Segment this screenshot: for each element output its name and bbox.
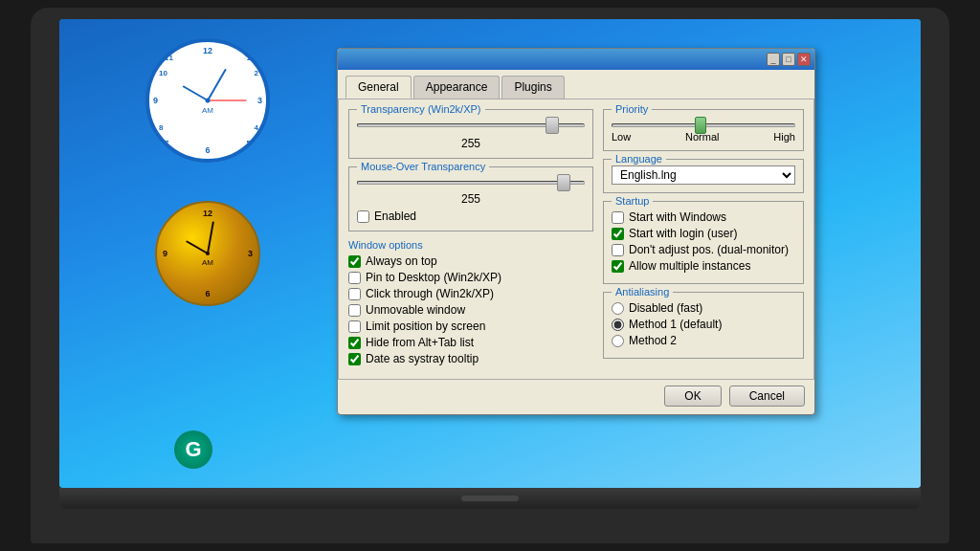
- hide-alt-tab-checkbox[interactable]: [348, 337, 361, 349]
- right-panel: Priority Low Normal High Language: [603, 109, 804, 369]
- pin-to-desktop-label: Pin to Desktop (Win2k/XP): [366, 271, 501, 284]
- startup-item-3: Allow multiple instances: [612, 259, 795, 273]
- window-options-item-4: Limit position by screen: [348, 320, 593, 333]
- antialiasing-item-2: Method 2: [612, 334, 795, 347]
- antialiasing-disabled-radio[interactable]: [612, 302, 624, 315]
- trackpad: [461, 496, 519, 501]
- priority-track: [612, 123, 795, 127]
- window-options-item-2: Click through (Win2k/XP): [348, 287, 593, 300]
- startup-item-0: Start with Windows: [612, 210, 795, 224]
- startup-group: Startup Start with Windows Start with lo…: [603, 201, 804, 284]
- always-on-top-checkbox[interactable]: [348, 255, 361, 268]
- window-options-label: Window options: [348, 239, 593, 251]
- transparency-thumb[interactable]: [546, 117, 559, 134]
- antialiasing-method2-radio[interactable]: [612, 335, 624, 347]
- minimize-button[interactable]: _: [767, 53, 780, 66]
- date-systray-label: Date as systray tooltip: [366, 352, 479, 365]
- window-options-item-0: Always on top: [348, 254, 593, 268]
- start-windows-label: Start with Windows: [629, 210, 726, 224]
- enabled-checkbox[interactable]: [357, 210, 369, 223]
- analog-clock-gold: 12 3 6 9 AM: [155, 201, 260, 306]
- unmovable-window-checkbox[interactable]: [348, 304, 361, 317]
- window-options-item-6: Date as systray tooltip: [348, 352, 593, 365]
- antialiasing-item-1: Method 1 (default): [612, 318, 795, 331]
- priority-low: Low: [612, 131, 631, 143]
- startup-item-2: Don't adjust pos. (dual-monitor): [612, 243, 795, 256]
- pin-to-desktop-checkbox[interactable]: [348, 272, 361, 284]
- language-group: Language English.lng German.lng French.l…: [603, 159, 804, 193]
- transparency-group: Transparency (Win2k/XP) 255: [348, 109, 593, 159]
- desktop-icon-g: G: [174, 430, 212, 469]
- language-select[interactable]: English.lng German.lng French.lng: [612, 165, 795, 185]
- click-through-checkbox[interactable]: [348, 288, 361, 300]
- priority-thumb[interactable]: [695, 117, 706, 134]
- mouse-over-slider-container: [357, 173, 585, 192]
- laptop-base: [59, 488, 921, 509]
- tab-bar: General Appearance Plugins: [338, 70, 814, 99]
- mouse-over-label: Mouse-Over Transparency: [357, 161, 489, 172]
- start-windows-checkbox[interactable]: [612, 211, 624, 224]
- tab-appearance[interactable]: Appearance: [413, 76, 501, 99]
- tab-plugins[interactable]: Plugins: [501, 76, 564, 99]
- startup-item-1: Start with login (user): [612, 227, 795, 240]
- tab-content-general: Transparency (Win2k/XP) 255 Mouse-Over T…: [338, 99, 814, 380]
- transparency-slider-container: [357, 116, 585, 135]
- laptop-frame: 12 3 6 9 1 11 2 10 4 8 5 7 AM: [31, 8, 949, 543]
- start-login-checkbox[interactable]: [612, 228, 624, 240]
- priority-label: Priority: [612, 103, 652, 115]
- priority-high: High: [773, 131, 795, 143]
- transparency-value: 255: [357, 137, 585, 150]
- language-label: Language: [612, 153, 666, 165]
- mouse-over-group: Mouse-Over Transparency 255 Enabled: [348, 166, 593, 231]
- ok-button[interactable]: OK: [664, 386, 721, 407]
- antialiasing-group: Antialiasing Disabled (fast) Method 1 (d…: [603, 292, 804, 359]
- mouse-over-track: [357, 181, 585, 185]
- maximize-button[interactable]: □: [782, 53, 795, 66]
- dont-adjust-checkbox[interactable]: [612, 244, 624, 256]
- mouse-over-value: 255: [357, 192, 585, 206]
- enabled-label: Enabled: [374, 209, 416, 223]
- settings-dialog: _ □ ✕ General Appearance Plugins Transpa…: [337, 48, 815, 415]
- cancel-button[interactable]: Cancel: [729, 386, 805, 407]
- dialog-footer: OK Cancel: [338, 380, 814, 414]
- antialiasing-label: Antialiasing: [612, 286, 673, 298]
- limit-position-checkbox[interactable]: [348, 320, 361, 333]
- start-login-label: Start with login (user): [629, 227, 737, 240]
- window-options-section: Window options Always on top Pin to Desk…: [348, 239, 593, 365]
- antialiasing-method1-radio[interactable]: [612, 319, 624, 331]
- priority-group: Priority Low Normal High: [603, 109, 804, 151]
- antialiasing-disabled-label: Disabled (fast): [629, 301, 702, 315]
- enabled-row: Enabled: [357, 209, 585, 223]
- tab-general[interactable]: General: [345, 76, 412, 99]
- allow-multiple-label: Allow multiple instances: [629, 259, 750, 273]
- always-on-top-label: Always on top: [366, 254, 437, 268]
- hide-alt-tab-label: Hide from Alt+Tab list: [366, 336, 474, 349]
- window-options-item-1: Pin to Desktop (Win2k/XP): [348, 271, 593, 284]
- left-panel: Transparency (Win2k/XP) 255 Mouse-Over T…: [348, 109, 593, 369]
- limit-position-label: Limit position by screen: [366, 320, 485, 333]
- startup-label: Startup: [612, 195, 653, 207]
- antialiasing-method1-label: Method 1 (default): [629, 318, 722, 331]
- transparency-label: Transparency (Win2k/XP): [357, 103, 485, 115]
- allow-multiple-checkbox[interactable]: [612, 260, 624, 273]
- click-through-label: Click through (Win2k/XP): [366, 287, 494, 300]
- window-options-item-3: Unmovable window: [348, 303, 593, 317]
- dialog-titlebar: _ □ ✕: [338, 49, 814, 70]
- antialiasing-method2-label: Method 2: [629, 334, 677, 347]
- mouse-over-thumb[interactable]: [557, 174, 570, 191]
- close-button[interactable]: ✕: [797, 53, 811, 66]
- unmovable-window-label: Unmovable window: [366, 303, 465, 317]
- date-systray-checkbox[interactable]: [348, 353, 361, 365]
- transparency-track: [357, 123, 585, 127]
- antialiasing-item-0: Disabled (fast): [612, 301, 795, 315]
- dont-adjust-label: Don't adjust pos. (dual-monitor): [629, 243, 789, 256]
- screen: 12 3 6 9 1 11 2 10 4 8 5 7 AM: [59, 19, 921, 488]
- analog-clock-white: 12 3 6 9 1 11 2 10 4 8 5 7 AM: [145, 38, 270, 163]
- window-options-item-5: Hide from Alt+Tab list: [348, 336, 593, 349]
